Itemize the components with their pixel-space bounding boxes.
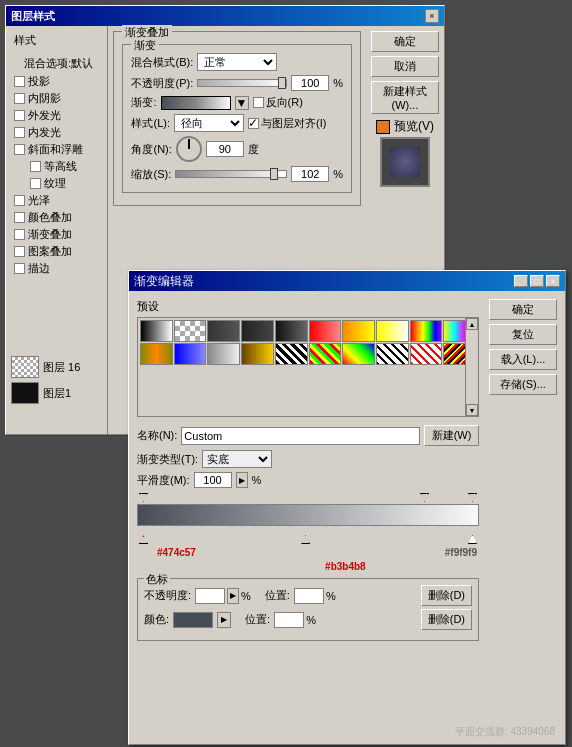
preview-label: 预览(V) bbox=[394, 118, 434, 135]
innershadow-checkbox[interactable] bbox=[14, 93, 25, 104]
preview-inner bbox=[390, 147, 420, 177]
gradientoverlay-checkbox[interactable] bbox=[14, 229, 25, 240]
delete-opacity-button[interactable]: 删除(D) bbox=[421, 585, 472, 606]
gradient-bar[interactable] bbox=[137, 504, 479, 526]
opacity-stop-right[interactable] bbox=[468, 493, 477, 502]
sidebar-item-coloroverlay[interactable]: 颜色叠加 bbox=[6, 209, 107, 226]
stroke-checkbox[interactable] bbox=[14, 263, 25, 274]
preset-dark2[interactable] bbox=[241, 320, 274, 342]
preset-dark[interactable] bbox=[207, 320, 240, 342]
preset-orange[interactable] bbox=[342, 320, 375, 342]
ge-load-button[interactable]: 载入(L)... bbox=[489, 349, 557, 370]
preset-bw[interactable] bbox=[140, 320, 173, 342]
confirm-button[interactable]: 确定 bbox=[371, 31, 439, 52]
color-stop-left[interactable] bbox=[139, 535, 148, 544]
bevel-checkbox[interactable] bbox=[14, 144, 25, 155]
preset-stripe-color[interactable] bbox=[309, 343, 342, 365]
satin-checkbox[interactable] bbox=[14, 195, 25, 206]
angle-input[interactable] bbox=[206, 141, 244, 157]
main-close-button[interactable]: × bbox=[425, 9, 439, 23]
cancel-button[interactable]: 取消 bbox=[371, 56, 439, 77]
delete-color-button[interactable]: 删除(D) bbox=[421, 609, 472, 630]
patternoverlay-checkbox[interactable] bbox=[14, 246, 25, 257]
gradient-swatch[interactable] bbox=[161, 96, 231, 110]
dropshadow-checkbox[interactable] bbox=[14, 76, 25, 87]
preset-stripe[interactable] bbox=[275, 343, 308, 365]
preset-stripe2[interactable] bbox=[376, 343, 409, 365]
ge-reset-button[interactable]: 复位 bbox=[489, 324, 557, 345]
dial-needle bbox=[188, 139, 190, 149]
new-style-button[interactable]: 新建样式(W)... bbox=[371, 81, 439, 114]
name-input[interactable] bbox=[181, 427, 420, 445]
opacity-stop-mid[interactable] bbox=[420, 493, 429, 502]
grad-type-select[interactable]: 实底 bbox=[202, 450, 272, 468]
scroll-up[interactable]: ▲ bbox=[466, 318, 478, 330]
preset-gray[interactable] bbox=[207, 343, 240, 365]
sidebar-item-gradientoverlay[interactable]: 渐变叠加 bbox=[6, 226, 107, 243]
opacity-thumb[interactable] bbox=[278, 77, 286, 89]
new-button[interactable]: 新建(W) bbox=[424, 425, 479, 446]
color-picker-swatch[interactable] bbox=[173, 612, 213, 628]
sidebar-item-texture[interactable]: 纹理 bbox=[6, 175, 107, 192]
reverse-checkbox[interactable] bbox=[253, 97, 264, 108]
sidebar-item-innerglow[interactable]: 内发光 bbox=[6, 124, 107, 141]
smooth-input[interactable] bbox=[194, 472, 232, 488]
color-stop-mid[interactable] bbox=[301, 535, 310, 544]
align-checkbox[interactable]: ✓ bbox=[248, 118, 259, 129]
preset-stripe3[interactable] bbox=[410, 343, 443, 365]
sidebar-item-innershadow[interactable]: 内阴影 bbox=[6, 90, 107, 107]
outerglow-checkbox[interactable] bbox=[14, 110, 25, 121]
color-position-input[interactable] bbox=[274, 612, 304, 628]
preset-gold[interactable] bbox=[241, 343, 274, 365]
opacity-stepper[interactable]: ▶ bbox=[227, 588, 239, 604]
opacity-slider[interactable] bbox=[197, 79, 287, 87]
angle-dial[interactable] bbox=[176, 136, 202, 162]
color-stop-right[interactable] bbox=[468, 535, 477, 544]
preset-rainbow[interactable] bbox=[410, 320, 443, 342]
smooth-unit: % bbox=[252, 474, 262, 486]
ge-save-button[interactable]: 存储(S)... bbox=[489, 374, 557, 395]
scroll-down[interactable]: ▼ bbox=[466, 404, 478, 416]
sidebar: 样式 混合选项:默认 投影 内阴影 外发光 内发光 斜面和 bbox=[6, 26, 108, 434]
style-select[interactable]: 径向 bbox=[174, 114, 244, 132]
position-value-input-1[interactable] bbox=[294, 588, 324, 604]
sidebar-item-dropshadow[interactable]: 投影 bbox=[6, 73, 107, 90]
preset-blue[interactable] bbox=[174, 343, 207, 365]
max-button[interactable]: □ bbox=[530, 275, 544, 287]
ge-confirm-button[interactable]: 确定 bbox=[489, 299, 557, 320]
sidebar-item-stroke[interactable]: 描边 bbox=[6, 260, 107, 277]
preset-gradient4[interactable] bbox=[342, 343, 375, 365]
sidebar-item-patternoverlay[interactable]: 图案叠加 bbox=[6, 243, 107, 260]
gradient-dropdown-btn[interactable]: ▼ bbox=[235, 96, 249, 110]
sidebar-item-contour[interactable]: 等高线 bbox=[6, 158, 107, 175]
color-dropdown[interactable]: ▶ bbox=[217, 612, 231, 628]
layer-1-item[interactable]: 图层1 bbox=[11, 382, 80, 404]
texture-checkbox[interactable] bbox=[30, 178, 41, 189]
preset-checker[interactable] bbox=[174, 320, 207, 342]
sidebar-item-blend-options[interactable]: 混合选项:默认 bbox=[6, 54, 107, 73]
preset-yellow[interactable] bbox=[376, 320, 409, 342]
preset-dark3[interactable] bbox=[275, 320, 308, 342]
sidebar-item-satin[interactable]: 光泽 bbox=[6, 192, 107, 209]
sidebar-item-outerglow[interactable]: 外发光 bbox=[6, 107, 107, 124]
style-row: 样式(L): 径向 ✓ 与图层对齐(I) bbox=[131, 114, 343, 132]
opacity-value-input[interactable] bbox=[195, 588, 225, 604]
smooth-stepper[interactable]: ▶ bbox=[236, 472, 248, 488]
layer-16-thumb bbox=[11, 356, 39, 378]
contour-checkbox[interactable] bbox=[30, 161, 41, 172]
sidebar-item-bevel[interactable]: 斜面和浮雕 bbox=[6, 141, 107, 158]
scale-thumb[interactable] bbox=[270, 168, 278, 180]
preset-red[interactable] bbox=[309, 320, 342, 342]
gradient-overlay-group: 渐变叠加 渐变 混合模式(B): 正常 不透明度(P): bbox=[113, 31, 361, 206]
ge-close-button[interactable]: × bbox=[546, 275, 560, 287]
opacity-stop-left[interactable] bbox=[139, 493, 148, 502]
preset-multi[interactable] bbox=[140, 343, 173, 365]
scale-input[interactable] bbox=[291, 166, 329, 182]
coloroverlay-checkbox[interactable] bbox=[14, 212, 25, 223]
layer-16-item[interactable]: 图层 16 bbox=[11, 356, 80, 378]
scale-slider[interactable] bbox=[175, 170, 287, 178]
min-button[interactable]: _ bbox=[514, 275, 528, 287]
blend-mode-select[interactable]: 正常 bbox=[197, 53, 277, 71]
innerglow-checkbox[interactable] bbox=[14, 127, 25, 138]
opacity-input[interactable] bbox=[291, 75, 329, 91]
